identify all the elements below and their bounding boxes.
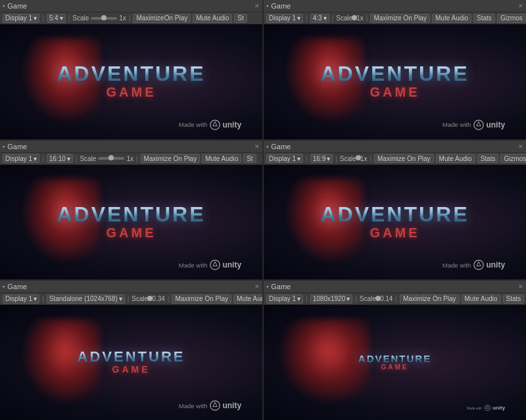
toolbar-1: Display 1▾ | 5:4▾ | Scale 1x | Maximize … (0, 12, 262, 24)
made-with-5: Made with unity (179, 400, 241, 411)
svg-marker-3 (477, 122, 481, 126)
maximize-btn-1[interactable]: Maximize On Play (133, 14, 191, 23)
panel-icon-4: ▪ (266, 143, 268, 150)
display-dropdown-4[interactable]: Display 1▾ (266, 154, 303, 163)
made-with-6: Made with unity (467, 405, 505, 411)
unity-text-1: unity (222, 120, 241, 129)
display-dropdown-5[interactable]: Display 1▾ (3, 294, 39, 304)
panel-close-1[interactable]: ✕ (254, 3, 260, 9)
game-subtitle-6: GAME (381, 363, 409, 371)
scale-value-4: 1x (360, 155, 368, 162)
title-6: ADVENTURE GAME (358, 354, 431, 371)
panel-close-6[interactable]: ✕ (518, 283, 523, 290)
adventure-title-3: ADVENTURE (57, 204, 205, 225)
panel-header-3: ▪ Game ✕ (0, 141, 262, 153)
gizmos-btn-4[interactable]: Gizmos (500, 154, 526, 163)
panel-title-1: Game (7, 2, 27, 10)
maximize-btn-4[interactable]: Maximize On Play (374, 154, 434, 163)
game-subtitle-4: GAME (370, 225, 420, 241)
unity-logo-5: unity (210, 400, 241, 411)
maximize-btn-2[interactable]: Maximize On Play (370, 14, 430, 23)
panel-close-5[interactable]: ✕ (254, 283, 260, 290)
unity-text-6: unity (492, 405, 505, 411)
scale-label-4: Scale (340, 155, 356, 162)
stats-btn-1[interactable]: St (234, 14, 247, 23)
made-with-3: Made with unity (179, 260, 241, 270)
unity-text-2: unity (486, 120, 505, 129)
main-grid: ▪ Game ✕ Display 1▾ | 5:4▾ | Scale 1x | … (0, 0, 526, 420)
character-6 (277, 319, 369, 406)
display-dropdown-2[interactable]: Display 1▾ (266, 14, 303, 23)
display-dropdown-6[interactable]: Display 1▾ (266, 294, 303, 304)
scale-label-5: Scale (132, 295, 148, 302)
scale-value-6: 0.14 (380, 295, 393, 302)
display-dropdown-1[interactable]: Display 1▾ (3, 14, 39, 23)
title-3: ADVENTURE GAME (57, 204, 205, 241)
scale-value-5: 0.34 (152, 295, 164, 302)
gizmos-btn-2[interactable]: Gizmos (497, 14, 526, 23)
stats-btn-4[interactable]: Stats (477, 154, 499, 163)
scale-slider-1[interactable] (91, 17, 117, 20)
game-subtitle-3: GAME (107, 225, 156, 241)
mute-btn-2[interactable]: Mute Audio (432, 14, 471, 23)
panel-title-6: Game (271, 283, 291, 291)
mute-btn-6[interactable]: Mute Audio (462, 294, 501, 304)
panel-icon-3: ▪ (3, 143, 5, 150)
unity-text-5: unity (222, 401, 241, 410)
unity-icon-1 (210, 120, 220, 130)
svg-marker-1 (213, 122, 217, 126)
unity-logo-6: unity (485, 405, 505, 411)
panel-close-2[interactable]: ✕ (518, 3, 523, 9)
panel-close-3[interactable]: ✕ (254, 143, 260, 150)
unity-icon-3 (210, 260, 220, 270)
mute-btn-3[interactable]: Mute Audio (202, 154, 241, 163)
adventure-title-1: ADVENTURE (57, 63, 205, 84)
game-panel-4: ▪ Game ✕ Display 1▾ | 16:9▾ | Scale 1x |… (264, 141, 526, 280)
title-1: ADVENTURE GAME (57, 63, 205, 100)
adventure-title-2: ADVENTURE (320, 63, 469, 84)
maximize-btn-6[interactable]: Maximize On Play (400, 294, 460, 304)
title-2: ADVENTURE GAME (320, 63, 469, 100)
stats-btn-3[interactable]: St (243, 154, 256, 163)
aspect-dropdown-3[interactable]: 16:10▾ (47, 154, 73, 163)
maximize-btn-5[interactable]: Maximize On Play (172, 294, 231, 304)
aspect-dropdown-1[interactable]: 5:4▾ (47, 14, 66, 23)
aspect-dropdown-5[interactable]: Standalone (1024x768)▾ (47, 294, 125, 304)
scale-label-1: Scale (72, 14, 89, 22)
unity-logo-1: unity (210, 120, 241, 130)
aspect-dropdown-2[interactable]: 4:3▾ (310, 14, 329, 23)
display-dropdown-3[interactable]: Display 1▾ (3, 154, 39, 163)
unity-icon-5 (210, 400, 220, 411)
panel-title-5: Game (7, 283, 27, 291)
scale-slider-3[interactable] (98, 157, 124, 160)
adventure-title-6: ADVENTURE (358, 354, 431, 363)
game-viewport-3: ADVENTURE GAME Made with unity (0, 165, 262, 280)
panel-close-4[interactable]: ✕ (518, 143, 523, 150)
aspect-dropdown-6[interactable]: 1080x1920▾ (310, 294, 353, 304)
game-content-5: ADVENTURE GAME Made with unity (0, 305, 262, 420)
game-viewport-5: ADVENTURE GAME Made with unity (0, 305, 262, 420)
toolbar-2: Display 1▾ | 4:3▾ | Scale 1x | Maximize … (264, 12, 526, 24)
game-panel-6: ▪ Game ✕ Display 1▾ | 1080x1920▾ | Scale… (264, 281, 526, 420)
unity-logo-3: unity (210, 260, 241, 270)
stats-btn-6[interactable]: Stats (503, 294, 525, 304)
mute-btn-4[interactable]: Mute Audio (436, 154, 475, 163)
stats-btn-2[interactable]: Stats (473, 14, 495, 23)
svg-marker-9 (213, 402, 217, 406)
panel-header-6: ▪ Game ✕ (264, 281, 526, 293)
scale-label-6: Scale (360, 295, 376, 302)
mute-btn-5[interactable]: Mute Audio (233, 294, 262, 304)
made-with-2: Made with unity (442, 120, 505, 130)
maximize-btn-3[interactable]: Maximize On Play (141, 154, 201, 163)
game-subtitle-5: GAME (112, 364, 151, 375)
toolbar-4: Display 1▾ | 16:9▾ | Scale 1x | Maximize… (264, 153, 526, 165)
made-with-4: Made with unity (442, 260, 505, 270)
aspect-dropdown-4[interactable]: 16:9▾ (310, 154, 333, 163)
panel-title-2: Game (271, 2, 291, 10)
mute-btn-1[interactable]: Mute Audio (193, 14, 232, 23)
panel-title-3: Game (7, 143, 27, 151)
panel-header-5: ▪ Game ✕ (0, 281, 262, 293)
unity-icon-2 (473, 120, 484, 130)
scale-value-3: 1x (126, 155, 133, 162)
game-content-2: ADVENTURE GAME Made with unity (264, 24, 526, 139)
